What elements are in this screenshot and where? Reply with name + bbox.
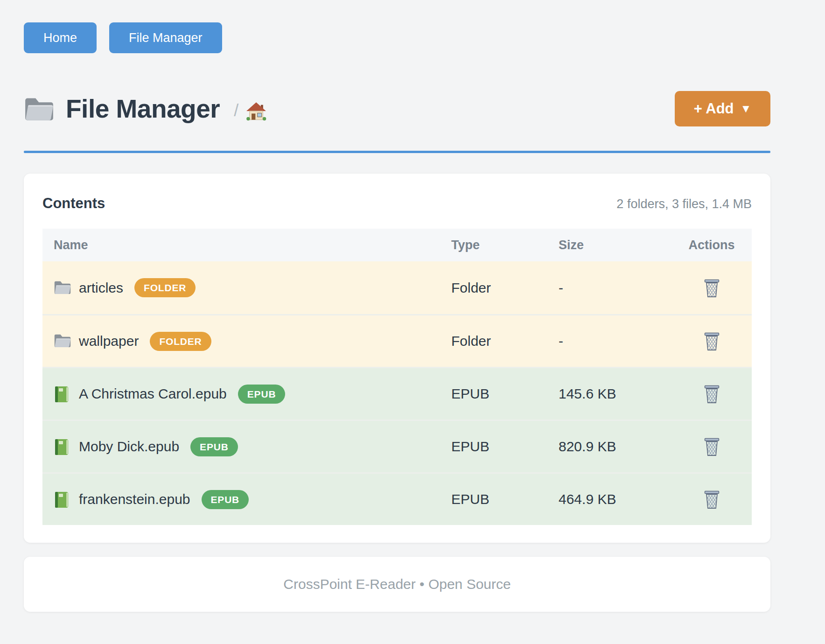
type-cell: Folder: [451, 280, 559, 296]
column-header-size: Size: [559, 238, 671, 252]
trash-icon: [703, 331, 720, 351]
home-breadcrumb-icon[interactable]: [246, 101, 266, 122]
trash-icon: [703, 490, 720, 509]
file-name[interactable]: frankenstein.epub: [79, 491, 190, 507]
type-cell: EPUB: [451, 386, 559, 402]
table-row: Moby Dick.epub EPUB EPUB 820.9 KB: [42, 420, 752, 472]
file-name[interactable]: wallpaper: [79, 333, 139, 349]
trash-icon: [703, 278, 720, 298]
nav-home-button[interactable]: Home: [24, 22, 97, 53]
table-row: frankenstein.epub EPUB EPUB 464.9 KB: [42, 472, 752, 525]
green-book-icon: [54, 491, 71, 508]
contents-card: Contents 2 folders, 3 files, 1.4 MB Name…: [24, 174, 770, 543]
table-row: A Christmas Carol.epub EPUB EPUB 145.6 K…: [42, 367, 752, 420]
breadcrumb-separator: /: [234, 101, 238, 120]
table-row: wallpaper FOLDER Folder -: [42, 314, 752, 367]
size-cell: -: [559, 333, 671, 349]
add-button[interactable]: + Add ▼: [675, 91, 770, 126]
name-cell: A Christmas Carol.epub EPUB: [42, 385, 451, 404]
actions-cell: [671, 329, 752, 353]
size-cell: 145.6 KB: [559, 386, 671, 402]
name-cell: Moby Dick.epub EPUB: [42, 437, 451, 456]
column-header-name: Name: [42, 238, 451, 252]
column-header-actions: Actions: [671, 238, 752, 252]
page: Home File Manager File Manager / + Add ▼…: [24, 0, 770, 612]
trash-icon: [703, 437, 720, 456]
size-cell: -: [559, 280, 671, 296]
size-cell: 464.9 KB: [559, 491, 671, 507]
add-button-label: + Add: [694, 100, 734, 117]
actions-cell: [671, 276, 752, 300]
name-cell: articles FOLDER: [42, 278, 451, 297]
table-row: articles FOLDER Folder -: [42, 261, 752, 314]
page-title: File Manager: [66, 94, 220, 124]
nav-file-manager-button[interactable]: File Manager: [109, 22, 222, 53]
table-header-row: Name Type Size Actions: [42, 229, 752, 261]
file-name[interactable]: articles: [79, 280, 123, 296]
top-nav: Home File Manager: [24, 0, 770, 53]
actions-cell: [671, 382, 752, 406]
actions-cell: [671, 435, 752, 458]
delete-button[interactable]: [701, 488, 722, 511]
page-title-group: File Manager /: [24, 94, 266, 124]
contents-card-header: Contents 2 folders, 3 files, 1.4 MB: [42, 195, 752, 212]
actions-cell: [671, 488, 752, 511]
file-name[interactable]: Moby Dick.epub: [79, 439, 179, 455]
folder-icon: [54, 333, 71, 350]
type-cell: EPUB: [451, 439, 559, 455]
type-badge: EPUB: [190, 437, 238, 456]
file-table: Name Type Size Actions articles FOLDER F…: [42, 229, 752, 525]
caret-down-icon: ▼: [741, 103, 752, 114]
delete-button[interactable]: [701, 435, 722, 458]
footer-card: CrossPoint E-Reader • Open Source: [24, 557, 770, 612]
table-body: articles FOLDER Folder - wallpaper FOLDE…: [42, 261, 752, 525]
type-cell: EPUB: [451, 491, 559, 507]
delete-button[interactable]: [701, 329, 722, 353]
name-cell: frankenstein.epub EPUB: [42, 490, 451, 509]
type-cell: Folder: [451, 333, 559, 349]
column-header-type: Type: [451, 238, 559, 252]
folder-icon: [24, 95, 55, 122]
green-book-icon: [54, 438, 71, 455]
size-cell: 820.9 KB: [559, 439, 671, 455]
type-badge: FOLDER: [150, 332, 211, 351]
contents-title: Contents: [42, 195, 105, 212]
header-divider: [24, 151, 770, 153]
type-badge: EPUB: [238, 385, 286, 404]
name-cell: wallpaper FOLDER: [42, 332, 451, 351]
page-header: File Manager / + Add ▼: [24, 89, 770, 128]
type-badge: FOLDER: [134, 278, 196, 297]
contents-summary: 2 folders, 3 files, 1.4 MB: [616, 197, 752, 211]
folder-icon: [54, 280, 71, 296]
type-badge: EPUB: [202, 490, 249, 509]
green-book-icon: [54, 385, 71, 402]
delete-button[interactable]: [701, 382, 722, 406]
delete-button[interactable]: [701, 276, 722, 300]
trash-icon: [703, 384, 720, 404]
footer-text: CrossPoint E-Reader • Open Source: [283, 576, 510, 592]
file-name[interactable]: A Christmas Carol.epub: [79, 386, 227, 402]
